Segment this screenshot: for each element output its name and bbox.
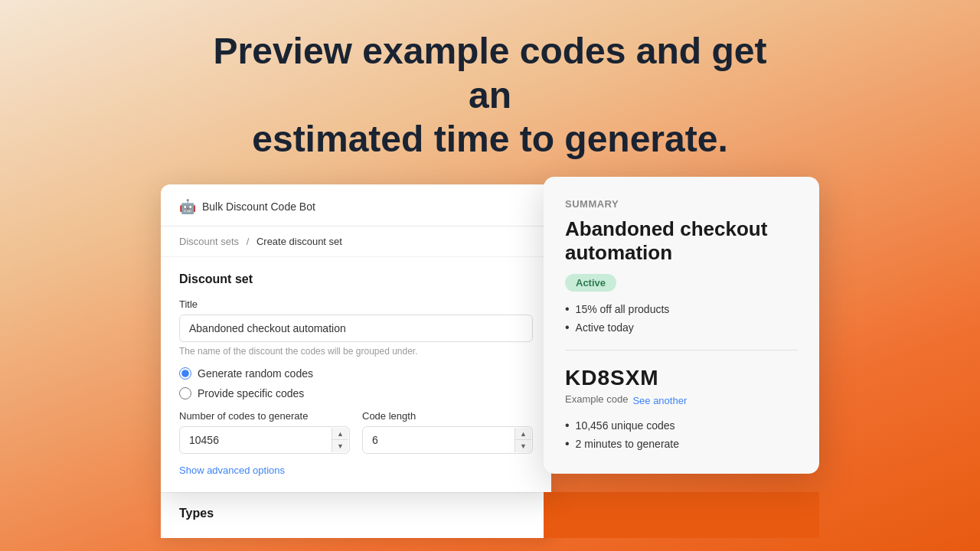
code-type-radio-group: Generate random codes Provide specific c… (179, 367, 533, 399)
code-length-input-wrap: ▲ ▼ (362, 426, 533, 454)
summary-divider (565, 350, 798, 350)
radio-provide-specific[interactable]: Provide specific codes (179, 387, 533, 399)
num-codes-spinners: ▲ ▼ (332, 428, 348, 452)
see-another-link[interactable]: See another (632, 395, 687, 406)
types-section: Types (161, 492, 551, 534)
code-length-label: Code length (362, 410, 533, 422)
title-input[interactable] (179, 315, 533, 342)
title-label: Title (179, 298, 533, 310)
form-card-title: Bulk Discount Code Bot (202, 201, 315, 213)
num-codes-field: Number of codes to generate ▲ ▼ (179, 410, 350, 454)
radio-specific-label: Provide specific codes (198, 387, 304, 399)
title-hint: The name of the discount the codes will … (179, 346, 533, 357)
bottom-summary-extension (544, 492, 819, 538)
breadcrumb: Discount sets / Create discount set (161, 227, 551, 256)
lower-cards-row: Types (0, 492, 980, 538)
types-section-title: Types (179, 507, 533, 520)
summary-bullet-active-today: Active today (565, 321, 798, 334)
breadcrumb-sep: / (247, 236, 250, 247)
form-card-header: 🤖 Bulk Discount Code Bot (161, 184, 551, 227)
num-codes-input[interactable] (179, 426, 350, 454)
radio-generate-label: Generate random codes (198, 367, 313, 380)
radio-generate-input[interactable] (179, 367, 191, 380)
summary-top-bullets: 15% off all products Active today (565, 302, 798, 334)
breadcrumb-current: Create discount set (256, 236, 342, 247)
breadcrumb-parent[interactable]: Discount sets (179, 236, 239, 247)
cards-container: 🤖 Bulk Discount Code Bot Discount sets /… (0, 184, 980, 492)
summary-automation-title: Abandoned checkout automation (565, 217, 798, 265)
code-length-field: Code length ▲ ▼ (362, 410, 533, 454)
two-col-fields: Number of codes to generate ▲ ▼ Code len… (179, 410, 533, 454)
bot-icon: 🤖 (179, 198, 196, 215)
summary-bottom-bullets: 10,456 unique codes 2 minutes to generat… (565, 419, 798, 451)
num-codes-input-wrap: ▲ ▼ (179, 426, 350, 454)
num-codes-label: Number of codes to generate (179, 410, 350, 422)
code-length-spinners: ▲ ▼ (514, 428, 531, 452)
summary-bullet-unique-codes: 10,456 unique codes (565, 419, 798, 432)
discount-set-section: Discount set Title The name of the disco… (161, 256, 551, 492)
summary-bullet-generate-time: 2 minutes to generate (565, 437, 798, 451)
example-code-label: Example code (565, 393, 628, 405)
summary-bullet-discount: 15% off all products (565, 302, 798, 316)
example-code-value: KD8SXM (565, 366, 798, 390)
hero-section: Preview example codes and get an estimat… (0, 0, 980, 184)
code-length-up[interactable]: ▲ (515, 428, 531, 441)
radio-specific-input[interactable] (179, 387, 191, 399)
summary-label: Summary (565, 198, 798, 210)
summary-card: Summary Abandoned checkout automation Ac… (544, 177, 819, 474)
section-title: Discount set (179, 272, 533, 286)
example-code-row: Example code See another (565, 393, 798, 408)
num-codes-up[interactable]: ▲ (332, 428, 348, 441)
code-length-input[interactable] (362, 426, 533, 454)
show-advanced-link[interactable]: Show advanced options (179, 465, 285, 476)
active-badge: Active (565, 274, 616, 292)
num-codes-down[interactable]: ▼ (332, 440, 348, 452)
form-card: 🤖 Bulk Discount Code Bot Discount sets /… (161, 184, 551, 492)
hero-title: Preview example codes and get an estimat… (199, 29, 781, 161)
radio-generate-random[interactable]: Generate random codes (179, 367, 533, 380)
code-length-down[interactable]: ▼ (515, 440, 531, 452)
bottom-form-card: Types (161, 492, 551, 538)
